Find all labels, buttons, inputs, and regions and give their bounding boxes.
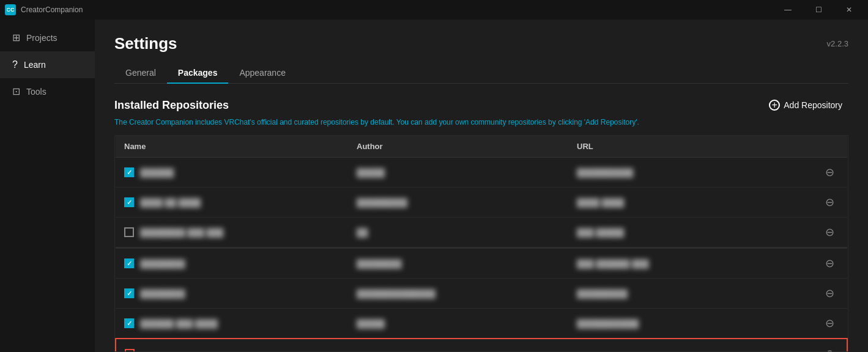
table-cell-url: █████████ xyxy=(568,279,812,309)
repository-url: ███ ██████ ███ xyxy=(577,259,649,268)
version-label: v2.2.3 xyxy=(827,39,848,48)
table-cell-url: vpm.nadena.dev xyxy=(568,339,812,352)
sidebar-label-learn: Learn xyxy=(24,60,46,70)
table-cell-name: ████████ xyxy=(116,279,348,309)
table-cell-author: ██████████████ xyxy=(348,279,568,309)
sidebar-item-projects[interactable]: ⊞ Projects xyxy=(0,24,95,51)
table-cell-url: ███ █████ xyxy=(568,218,812,248)
repository-url: ████ ████ xyxy=(577,198,624,207)
repository-checkbox[interactable] xyxy=(125,349,135,352)
table-row: █████████████████████⊖ xyxy=(116,158,847,188)
table-cell-action: ⊖ xyxy=(812,158,847,188)
app-body: ⊞ Projects ? Learn ⊡ Tools Settings v2.2… xyxy=(0,20,868,352)
repository-author: █████ xyxy=(357,168,385,177)
tab-appearance[interactable]: Appearance xyxy=(228,63,297,84)
tab-general[interactable]: General xyxy=(114,63,167,84)
table-cell-author: bd_ xyxy=(348,339,568,352)
section-header: Installed Repositories + Add Repository xyxy=(114,96,848,114)
repository-checkbox[interactable] xyxy=(124,318,134,328)
repository-name: ████████ xyxy=(140,259,185,268)
col-header-action xyxy=(812,136,847,158)
table-cell-url: ████ ████ xyxy=(568,188,812,218)
table-cell-name: ████████ ███ ███ xyxy=(116,218,348,248)
app-logo: CC xyxy=(5,4,16,15)
repository-author: █████ xyxy=(357,319,385,328)
titlebar-left: CC CreatorCompanion xyxy=(5,4,83,15)
table-cell-name: bd_ xyxy=(116,339,348,352)
table-row: bd_bd_vpm.nadena.dev⊖ xyxy=(116,339,847,352)
table-cell-author: █████ xyxy=(348,309,568,339)
projects-icon: ⊞ xyxy=(12,33,20,43)
repository-checkbox[interactable] xyxy=(124,258,134,268)
section-description: The Creator Companion includes VRChat's … xyxy=(114,118,848,127)
close-button[interactable]: ✕ xyxy=(835,0,863,20)
tools-icon: ⊡ xyxy=(12,87,20,97)
section-title: Installed Repositories xyxy=(114,99,229,112)
table-cell-name: ████ ██ ████ xyxy=(116,188,348,218)
repository-author: █████████ xyxy=(357,198,407,207)
repository-name: ████ ██ ████ xyxy=(140,198,201,207)
titlebar: CC CreatorCompanion — ☐ ✕ xyxy=(0,0,868,20)
repository-author: ██████████████ xyxy=(357,289,436,298)
remove-repository-button[interactable]: ⊖ xyxy=(821,194,838,211)
app-title: CreatorCompanion xyxy=(21,6,83,14)
table-cell-action: ⊖ xyxy=(812,249,847,279)
table-header-row: Name Author URL xyxy=(116,136,847,158)
table-cell-author: ██ xyxy=(348,218,568,248)
remove-repository-button[interactable]: ⊖ xyxy=(821,345,838,352)
tab-packages[interactable]: Packages xyxy=(167,63,229,84)
repository-url: ███████████ xyxy=(577,319,639,328)
table-cell-action: ⊖ xyxy=(812,218,847,248)
table-cell-action: ⊖ xyxy=(812,309,847,339)
table-cell-action: ⊖ xyxy=(812,188,847,218)
remove-repository-button[interactable]: ⊖ xyxy=(821,315,838,332)
page-header: Settings v2.2.3 xyxy=(114,34,848,53)
repository-url: vpm.nadena.dev xyxy=(577,350,636,353)
table-cell-author: █████████ xyxy=(348,188,568,218)
repository-url: ██████████ xyxy=(577,168,633,177)
minimize-button[interactable]: — xyxy=(774,0,802,20)
repository-checkbox[interactable] xyxy=(124,197,134,207)
table-cell-name: ██████ ███ ████ xyxy=(116,309,348,339)
repositories-table: Name Author URL █████████████████████⊖██… xyxy=(115,136,848,352)
table-cell-name: ██████ xyxy=(116,158,348,188)
remove-repository-button[interactable]: ⊖ xyxy=(821,285,838,302)
table-cell-url: ███████████ xyxy=(568,309,812,339)
remove-repository-button[interactable]: ⊖ xyxy=(821,164,838,181)
repository-author: ████████ xyxy=(357,259,402,268)
repository-name: ████████ xyxy=(140,289,185,298)
titlebar-controls: — ☐ ✕ xyxy=(774,0,863,20)
remove-repository-button[interactable]: ⊖ xyxy=(821,255,838,272)
col-header-name: Name xyxy=(116,136,348,158)
repository-author: ██ xyxy=(357,228,368,237)
sidebar: ⊞ Projects ? Learn ⊡ Tools xyxy=(0,20,95,352)
table-cell-url: ███ ██████ ███ xyxy=(568,249,812,279)
table-cell-name: ████████ xyxy=(116,249,348,279)
table-row: ████ ██ █████████████████ ████⊖ xyxy=(116,188,847,218)
table-row: ████████ ███ ████████ █████⊖ xyxy=(116,218,847,248)
sidebar-item-learn[interactable]: ? Learn xyxy=(0,51,95,78)
page-title: Settings xyxy=(114,34,177,53)
table-row: ██████ ███ ████████████████████⊖ xyxy=(116,309,847,339)
repository-checkbox[interactable] xyxy=(124,288,134,298)
repository-url: ███ █████ xyxy=(577,228,624,237)
repository-name: ████████ ███ ███ xyxy=(140,228,223,237)
repository-name: bd_ xyxy=(141,350,154,353)
repository-checkbox[interactable] xyxy=(124,227,134,237)
add-repo-label: Add Repository xyxy=(784,100,842,110)
remove-repository-button[interactable]: ⊖ xyxy=(821,224,838,241)
sidebar-label-projects: Projects xyxy=(26,33,57,43)
main-content: Settings v2.2.3 General Packages Appeara… xyxy=(95,20,868,352)
repository-name: ██████ xyxy=(140,168,174,177)
maximize-button[interactable]: ☐ xyxy=(804,0,833,20)
table-cell-author: ████████ xyxy=(348,249,568,279)
repository-checkbox[interactable] xyxy=(124,167,134,177)
repository-name: ██████ ███ ████ xyxy=(140,319,218,328)
repositories-table-container[interactable]: Name Author URL █████████████████████⊖██… xyxy=(114,135,848,352)
learn-icon: ? xyxy=(12,60,18,70)
add-repository-button[interactable]: + Add Repository xyxy=(763,96,848,114)
table-cell-action: ⊖ xyxy=(812,339,847,352)
col-header-author: Author xyxy=(348,136,568,158)
sidebar-label-tools: Tools xyxy=(26,87,46,97)
sidebar-item-tools[interactable]: ⊡ Tools xyxy=(0,78,95,105)
